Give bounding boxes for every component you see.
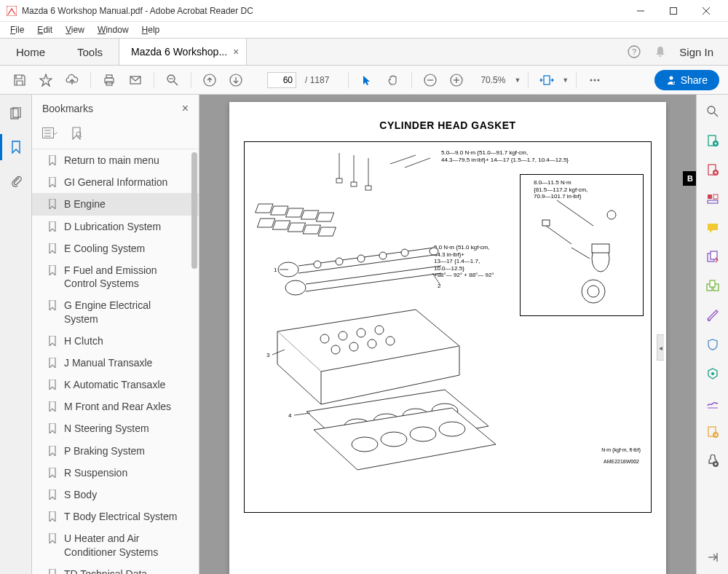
- zoom-level-label[interactable]: 70.5%: [478, 74, 508, 87]
- prev-page-icon[interactable]: [199, 69, 221, 91]
- bookmark-item[interactable]: F Fuel and Emission Control Systems: [32, 259, 199, 294]
- share-button[interactable]: Share: [654, 70, 719, 90]
- bookmarks-list[interactable]: Return to main menuGI General Informatio…: [32, 149, 199, 574]
- signin-link[interactable]: Sign In: [679, 46, 713, 58]
- help-icon[interactable]: ?: [627, 44, 641, 59]
- bookmark-item[interactable]: M Front and Rear Axles: [32, 396, 199, 417]
- bell-icon[interactable]: [653, 44, 668, 59]
- protect-icon[interactable]: [705, 337, 721, 353]
- svg-point-91: [607, 211, 616, 219]
- bookmark-ribbon-icon: [48, 380, 58, 390]
- edit-pdf-icon[interactable]: [705, 191, 721, 207]
- bookmarks-find-icon[interactable]: [68, 125, 84, 141]
- page-number-input[interactable]: [267, 72, 296, 88]
- menu-file[interactable]: File: [4, 23, 30, 36]
- menubar: File Edit View Window Help: [0, 22, 728, 38]
- svg-rect-50: [288, 223, 305, 232]
- bookmark-item[interactable]: J Manual Transaxle: [32, 352, 199, 374]
- bookmark-item[interactable]: TD Technical Data: [32, 563, 199, 574]
- bookmark-label: D Lubrication System: [64, 220, 190, 233]
- bookmark-item[interactable]: D Lubrication System: [32, 216, 199, 237]
- tab-document[interactable]: Mazda 6 Workshop... ×: [119, 39, 247, 65]
- svg-line-12: [174, 82, 178, 85]
- svg-rect-38: [351, 182, 357, 186]
- minimize-button[interactable]: [624, 0, 657, 22]
- combine-files-icon[interactable]: [705, 249, 721, 265]
- email-icon[interactable]: [124, 69, 146, 91]
- bookmark-label: T Body Electrical System: [64, 510, 190, 523]
- svg-rect-90: [542, 220, 550, 226]
- bookmark-item[interactable]: N Steering System: [32, 417, 199, 439]
- bookmark-item[interactable]: E Cooling System: [32, 237, 199, 259]
- bookmarks-scrollbar[interactable]: [191, 152, 197, 269]
- hand-tool-icon[interactable]: [382, 69, 404, 91]
- zoom-in-icon[interactable]: [446, 69, 467, 91]
- search-tool-icon[interactable]: [705, 103, 721, 119]
- close-button[interactable]: [689, 0, 722, 22]
- svg-point-83: [410, 427, 436, 441]
- tab-tools[interactable]: Tools: [61, 39, 119, 65]
- document-view[interactable]: B CYLINDER HEAD GASKET 5.0—9.0 N·m {51.0…: [199, 95, 696, 574]
- bookmark-ribbon-icon: [48, 511, 58, 522]
- bookmark-item[interactable]: R Suspension: [32, 462, 199, 484]
- svg-rect-2: [670, 7, 676, 14]
- svg-text:3: 3: [266, 352, 270, 358]
- diagram: 5.0—9.0 N·m {51.0—91.7 kgf·cm, 44.3—79.5…: [244, 141, 652, 513]
- tab-home[interactable]: Home: [0, 39, 61, 65]
- more-tools-right-icon[interactable]: [705, 453, 721, 469]
- bookmark-item[interactable]: K Automatic Transaxle: [32, 374, 199, 396]
- create-pdf-icon[interactable]: [705, 162, 721, 178]
- fit-dropdown-icon[interactable]: ▼: [562, 76, 569, 84]
- bookmark-item[interactable]: S Body: [32, 484, 199, 506]
- next-page-icon[interactable]: [225, 69, 247, 91]
- redact-icon[interactable]: [705, 307, 721, 323]
- organize-icon[interactable]: [705, 278, 721, 294]
- bookmark-label: Return to main menu: [64, 154, 190, 167]
- bookmark-item[interactable]: U Heater and Air Conditioner Systems: [32, 527, 199, 562]
- right-panel-collapse-handle[interactable]: ◂: [657, 334, 664, 361]
- send-icon[interactable]: [705, 424, 721, 440]
- compress-icon[interactable]: [705, 366, 721, 382]
- zoom-out-icon[interactable]: [419, 69, 441, 91]
- fit-width-icon[interactable]: [536, 69, 558, 91]
- svg-rect-106: [708, 200, 718, 203]
- expand-panel-icon[interactable]: [705, 549, 721, 565]
- bookmarks-options-icon[interactable]: [42, 125, 58, 141]
- bookmark-ribbon-icon: [48, 423, 58, 433]
- selection-tool-icon[interactable]: [356, 69, 378, 91]
- tab-close-icon[interactable]: ×: [233, 46, 239, 58]
- bookmark-item[interactable]: P Braking System: [32, 440, 199, 462]
- bookmarks-icon[interactable]: [6, 137, 26, 157]
- export-pdf-icon[interactable]: [705, 133, 721, 149]
- bookmark-item[interactable]: B Engine: [32, 193, 199, 215]
- save-icon[interactable]: [9, 69, 31, 91]
- svg-rect-43: [256, 204, 273, 213]
- menu-window[interactable]: Window: [92, 23, 135, 36]
- cloud-icon[interactable]: [61, 69, 83, 91]
- bookmarks-tools: [32, 122, 199, 149]
- maximize-button[interactable]: [657, 0, 689, 22]
- bookmark-item[interactable]: GI General Information: [32, 171, 199, 193]
- menu-view[interactable]: View: [60, 23, 90, 36]
- print-icon[interactable]: [98, 69, 120, 91]
- thumbnails-icon[interactable]: [6, 103, 26, 124]
- bookmarks-close-icon[interactable]: ×: [182, 102, 189, 115]
- zoom-dropdown-icon[interactable]: ▼: [514, 76, 521, 84]
- bookmark-item[interactable]: G Engine Electrical System: [32, 294, 199, 329]
- titlebar: Mazda 6 Workshop Manual.pdf - Adobe Acro…: [0, 0, 728, 22]
- menu-edit[interactable]: Edit: [31, 23, 58, 36]
- bookmark-ribbon-icon: [48, 401, 58, 412]
- bookmark-item[interactable]: T Body Electrical System: [32, 506, 199, 527]
- bookmark-item[interactable]: Return to main menu: [32, 149, 199, 171]
- bookmark-item[interactable]: H Clutch: [32, 330, 199, 352]
- more-tools-icon[interactable]: [584, 69, 606, 91]
- star-icon[interactable]: [35, 69, 57, 91]
- engine-diagram-svg: 1 3: [245, 142, 514, 506]
- find-icon[interactable]: [162, 69, 183, 91]
- attachments-icon[interactable]: [6, 170, 26, 191]
- menu-help[interactable]: Help: [136, 23, 166, 36]
- comment-icon[interactable]: [705, 220, 721, 236]
- svg-point-113: [711, 372, 714, 375]
- svg-rect-51: [303, 225, 320, 234]
- fill-sign-icon[interactable]: [705, 395, 721, 411]
